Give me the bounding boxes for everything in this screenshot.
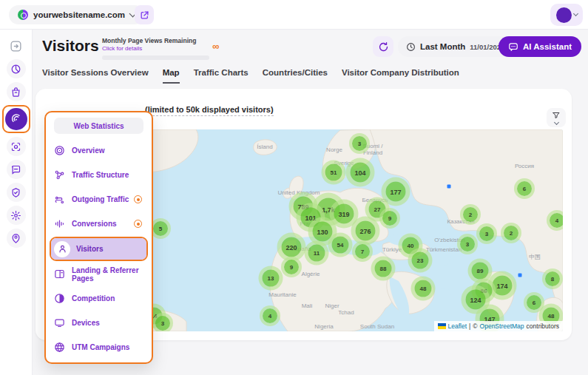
quota-progress-bar bbox=[102, 55, 209, 60]
refresh-icon bbox=[378, 41, 389, 53]
tab-traffic-charts[interactable]: Traffic Charts bbox=[194, 68, 249, 84]
quota-details-link[interactable]: Click for details bbox=[102, 45, 220, 52]
map-cluster[interactable]: 276 bbox=[356, 221, 376, 241]
visitors-highlight-box: Visitors bbox=[50, 237, 148, 261]
menu-item-label: Traffic Structure bbox=[72, 171, 129, 179]
tabs: Visitor Sessions Overview Map Traffic Ch… bbox=[42, 68, 459, 84]
shield-check-icon[interactable] bbox=[7, 183, 26, 202]
attribution-separator: | bbox=[469, 322, 470, 330]
tab-visitor-sessions-overview[interactable]: Visitor Sessions Overview bbox=[42, 68, 149, 84]
map-cluster[interactable]: 3 bbox=[155, 316, 170, 331]
map-cluster[interactable]: 23 bbox=[412, 252, 429, 269]
expand-panel-icon[interactable] bbox=[7, 36, 26, 55]
menu-item-competition[interactable]: Competition bbox=[50, 286, 148, 311]
map-cluster[interactable]: 177 bbox=[386, 182, 406, 202]
map-cluster[interactable]: 6 bbox=[517, 181, 532, 196]
menu-item-label: Landing & Referrer Pages bbox=[72, 266, 143, 283]
ai-assistant-button[interactable]: AI Assistant bbox=[499, 36, 581, 57]
map-cluster[interactable]: 8 bbox=[545, 271, 560, 286]
menu-item-overview[interactable]: Overview bbox=[50, 138, 148, 163]
map-cluster[interactable]: 9 bbox=[382, 211, 397, 226]
visitor-dot[interactable] bbox=[518, 274, 522, 277]
funnel-icon bbox=[552, 111, 561, 120]
web-statistics-menu: Web Statistics Overview Traffic Structur… bbox=[44, 111, 153, 364]
highlight-badge-icon bbox=[134, 195, 142, 203]
account-menu[interactable] bbox=[550, 4, 583, 26]
pie-chart-icon[interactable] bbox=[7, 59, 26, 78]
icon-rail bbox=[0, 30, 33, 375]
menu-item-landing-referrer-pages[interactable]: Landing & Referrer Pages bbox=[50, 262, 148, 286]
user-location-icon[interactable] bbox=[7, 229, 26, 248]
map-cluster[interactable]: 13 bbox=[263, 270, 280, 287]
chat-bubble-icon bbox=[508, 41, 518, 52]
map-cluster[interactable]: 89 bbox=[472, 263, 489, 280]
quota-title: Monthly Page Views Remaining bbox=[102, 37, 220, 44]
quota-block: Monthly Page Views Remaining Click for d… bbox=[102, 37, 220, 60]
overview-icon bbox=[54, 145, 65, 156]
outgoing-traffic-icon bbox=[54, 194, 65, 205]
menu-item-label: Devices bbox=[72, 319, 100, 327]
menu-item-utm-campaigns[interactable]: UTM Campaigns bbox=[50, 335, 148, 359]
map-cluster[interactable]: 5 bbox=[153, 221, 168, 236]
map-cluster[interactable]: 40 bbox=[402, 237, 419, 254]
menu-item-visitors[interactable]: Visitors bbox=[51, 238, 146, 260]
leaflet-link[interactable]: Leaflet bbox=[448, 322, 467, 330]
menu-item-label: Competition bbox=[72, 294, 115, 303]
quota-infinity-badge: ∞ bbox=[212, 41, 219, 52]
map-cluster[interactable]: 88 bbox=[375, 260, 392, 277]
site-selector[interactable]: yourwebsitename.com bbox=[9, 5, 144, 24]
devices-icon bbox=[54, 317, 65, 328]
chevron-down-icon bbox=[572, 11, 578, 16]
page-title: Visitors bbox=[42, 37, 99, 55]
period-label: Last Month bbox=[420, 42, 465, 51]
map-cluster[interactable]: 6 bbox=[527, 295, 541, 310]
chat-icon[interactable] bbox=[7, 160, 26, 179]
map-cluster[interactable]: 51 bbox=[325, 164, 342, 181]
menu-item-label: Outgoing Traffic bbox=[72, 195, 129, 203]
tab-map[interactable]: Map bbox=[163, 68, 180, 84]
map-cluster[interactable]: 9 bbox=[284, 260, 299, 274]
map-cluster[interactable]: 319 bbox=[334, 204, 354, 224]
refresh-button[interactable] bbox=[373, 36, 393, 57]
map-cluster[interactable]: 220 bbox=[282, 237, 302, 257]
scan-target-icon[interactable] bbox=[7, 137, 26, 156]
map-cluster[interactable]: 48 bbox=[415, 280, 432, 297]
avatar bbox=[556, 7, 572, 23]
open-site-button[interactable] bbox=[135, 5, 154, 24]
map-cluster[interactable]: 174 bbox=[493, 276, 513, 296]
tab-countries-cities[interactable]: Countries/Cities bbox=[263, 68, 328, 84]
map-cluster[interactable]: 3 bbox=[352, 136, 367, 151]
menu-item-devices[interactable]: Devices bbox=[50, 311, 148, 335]
map-cluster[interactable]: 4 bbox=[550, 213, 563, 228]
map-cluster[interactable]: 2 bbox=[463, 207, 478, 222]
map-cluster[interactable]: 11 bbox=[308, 245, 325, 262]
conversions-icon bbox=[54, 218, 65, 229]
map-cluster[interactable]: 3 bbox=[460, 237, 475, 251]
map-cluster[interactable]: 104 bbox=[351, 163, 371, 183]
menu-item-label: Visitors bbox=[76, 245, 104, 253]
map-cluster[interactable]: 124 bbox=[466, 290, 486, 310]
openstreetmap-link[interactable]: OpenStreetMap bbox=[480, 322, 524, 330]
web-statistics-icon[interactable] bbox=[5, 108, 27, 130]
map-cluster[interactable]: 3 bbox=[479, 226, 494, 241]
map-cluster[interactable]: 54 bbox=[332, 237, 349, 254]
menu-item-traffic-structure[interactable]: Traffic Structure bbox=[50, 163, 148, 187]
visitor-dot[interactable] bbox=[447, 185, 451, 189]
map-cluster[interactable]: 130 bbox=[313, 222, 333, 242]
map-cluster[interactable]: 2 bbox=[504, 226, 518, 240]
tab-visitor-company-distribution[interactable]: Visitor Company Distribution bbox=[342, 68, 459, 84]
settings-gear-icon[interactable] bbox=[7, 206, 26, 225]
map-cluster[interactable]: 4 bbox=[263, 308, 277, 323]
menu-header: Web Statistics bbox=[54, 118, 143, 134]
menu-item-conversions[interactable]: Conversions bbox=[50, 212, 148, 236]
landing-pages-icon bbox=[54, 268, 65, 280]
menu-item-outgoing-traffic[interactable]: Outgoing Traffic bbox=[50, 187, 148, 212]
visitors-icon bbox=[54, 241, 70, 257]
filter-button[interactable] bbox=[547, 108, 566, 127]
site-logo-icon bbox=[18, 10, 28, 20]
menu-item-label: Conversions bbox=[72, 220, 117, 228]
shopping-bag-icon[interactable] bbox=[7, 82, 26, 101]
map-cluster[interactable]: 7 bbox=[355, 244, 370, 259]
traffic-structure-icon bbox=[54, 169, 65, 180]
active-item-highlight bbox=[2, 105, 30, 133]
